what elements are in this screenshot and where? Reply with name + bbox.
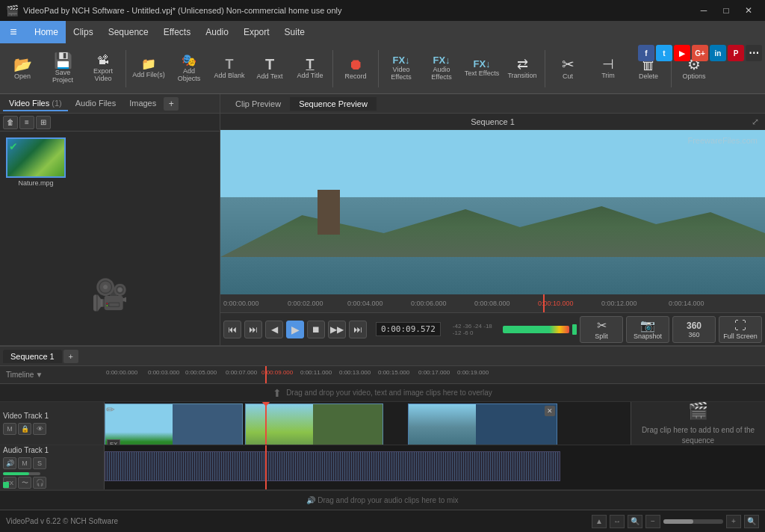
audio-level-indicator [3,482,9,488]
open-button[interactable]: 📂 Open [3,47,42,90]
audio-lock-btn[interactable]: M [18,457,31,469]
transition-button[interactable]: ⇄ Transition [503,47,542,90]
record-button[interactable]: ⏺ Record [336,47,375,90]
clip-close-btn[interactable]: ✕ [545,406,555,416]
stop-button[interactable]: ⏹ [307,321,325,338]
sequence-ruler: Timeline ▼ 0:00:00.000 0:00:03.000 0:00:… [0,366,765,384]
fullscreen-button[interactable]: ⛶ Full Screen [719,316,762,343]
media-item-nature[interactable]: ✔ Nature.mpg [6,137,66,187]
prev-frame-button[interactable]: ⏭ [244,321,262,338]
fullscreen-icon: ⛶ [734,319,746,332]
track-mute-btn[interactable]: M [3,423,16,435]
preview-panel: Clip Preview Sequence Preview Sequence 1… [220,94,765,345]
snapshot-button[interactable]: 📷 Snapshot [626,316,669,343]
timeline-dropdown[interactable]: ▼ [35,371,43,379]
video-clip-1[interactable]: FX [105,403,243,445]
media-list-btn[interactable]: ≡ [19,116,34,129]
tab-sequence-preview[interactable]: Sequence Preview [290,97,377,111]
audio-wave-btn[interactable]: 〜 [18,477,31,489]
save-project-button[interactable]: 💾 Save Project [43,47,82,90]
toolbar-separator-3 [378,50,379,87]
audio-meter: -42 -36 -24 -18 -12 -6 0 [453,323,577,336]
twitter-icon[interactable]: t [656,45,672,61]
snapshot-icon: 📷 [640,318,655,332]
skip-start-button[interactable]: ⏮ [223,321,241,338]
audio-track-header: Audio Track 1 🔊 M S FX 〜 🎧 [0,445,105,489]
audio-solo-btn[interactable]: S [33,457,46,469]
ruler-times-area: 0:00:00.000 0:00:03.000 0:00:05.000 0:00… [105,366,765,383]
audio-track-row: Audio Track 1 🔊 M S FX 〜 🎧 [0,445,765,490]
zoom-slider[interactable] [663,519,723,524]
media-add-tab-button[interactable]: + [164,97,179,111]
add-text-button[interactable]: T Add Text [250,47,289,90]
audio-effects-button[interactable]: FX↓ Audio Effects [422,47,461,90]
tab-video-files[interactable]: Video Files (1) [3,96,68,111]
title-bar: 🎬 VideoPad by NCH Software - Untitled.vp… [0,0,765,21]
tab-audio-files[interactable]: Audio Files [69,96,122,111]
fast-forward-button[interactable]: ▶▶ [328,321,346,338]
expand-icon[interactable]: ⤢ [752,117,759,127]
menu-effects[interactable]: Effects [156,21,198,43]
googleplus-icon[interactable]: G+ [692,45,708,61]
audio-mute-btn[interactable]: 🔊 [3,457,16,469]
split-button[interactable]: ✂ Split [580,316,623,343]
play-button[interactable]: ▶ [286,321,304,338]
media-grid-btn[interactable]: ⊞ [36,116,51,129]
audio-headphone-btn[interactable]: 🎧 [33,477,46,489]
add-objects-button[interactable]: 🎭 Add Objects [170,47,208,90]
sequence-preview-title: Sequence 1 [471,117,515,126]
menu-home[interactable]: Home [27,21,66,43]
status-up-btn[interactable]: ▲ [592,515,607,528]
maximize-button[interactable]: □ [716,3,737,18]
add-blank-button[interactable]: T Add Blank [210,47,249,90]
export-video-button[interactable]: 📽 Export Video [84,47,123,90]
video-track-controls: M 🔒 👁 [3,423,101,435]
trim-button[interactable]: ⊣ Trim [589,47,628,90]
video-clip-2[interactable] [245,403,383,445]
close-button[interactable]: ✕ [738,3,759,18]
linkedin-icon[interactable]: in [710,45,726,61]
more-social-icon[interactable]: ⋯ [746,45,762,61]
video-clip-3[interactable]: ✕ [408,403,557,445]
tab-clip-preview[interactable]: Clip Preview [226,97,290,111]
facebook-icon[interactable]: f [638,45,654,61]
status-zoom-in-btn[interactable]: + [726,515,741,528]
media-delete-btn[interactable]: 🗑 [3,116,18,129]
audio-waveform-clip[interactable] [105,451,560,481]
status-zoom-out-btn[interactable]: − [645,515,660,528]
cut-button[interactable]: ✂ Cut [548,47,587,90]
add-sequence-button[interactable]: + [64,350,78,363]
track-visible-btn[interactable]: 👁 [33,423,46,435]
menu-clips[interactable]: Clips [66,21,101,43]
rewind-button[interactable]: ◀ [265,321,283,338]
add-title-button[interactable]: T Add Title [291,47,329,90]
audio-dropzone: 🔊 Drag and drop your audio clips here to… [0,490,765,510]
add-files-button[interactable]: 📁 Add File(s) [129,47,168,90]
video-preview: FreewareFiles.com [220,130,765,294]
track-lock-btn[interactable]: 🔒 [18,423,31,435]
skip-end-button[interactable]: ⏭ [349,321,367,338]
menu-suite[interactable]: Suite [277,21,312,43]
audio-volume-slider[interactable] [3,472,40,475]
status-scroll-btn[interactable]: ↔ [610,515,625,528]
menu-sequence[interactable]: Sequence [101,21,156,43]
sequence-tab-1[interactable]: Sequence 1 [3,350,62,363]
text-effects-button[interactable]: FX↓ Text Effects [462,47,501,90]
split-btn-group: ✂ Split [580,316,623,343]
pinterest-icon[interactable]: P [728,45,744,61]
youtube-icon[interactable]: ▶ [674,45,690,61]
tab-images[interactable]: Images [123,96,162,111]
hamburger-menu[interactable]: ≡ [0,21,27,43]
status-fit-btn[interactable]: 🔍 [744,515,759,528]
menu-audio[interactable]: Audio [198,21,236,43]
minimize-button[interactable]: ─ [693,3,714,18]
preview-dock [318,190,340,235]
menu-export[interactable]: Export [236,21,277,43]
edit-icon[interactable]: ✏ [106,403,115,415]
audio-track-controls: 🔊 M S [3,457,101,469]
status-zoom-btn[interactable]: 🔍 [628,515,642,528]
add-text-icon: T [265,57,274,72]
video-effects-button[interactable]: FX↓ Video Effects [382,47,421,90]
360-button[interactable]: 360 360 [672,316,716,343]
status-right-controls: ▲ ↔ 🔍 − + 🔍 [592,515,759,528]
